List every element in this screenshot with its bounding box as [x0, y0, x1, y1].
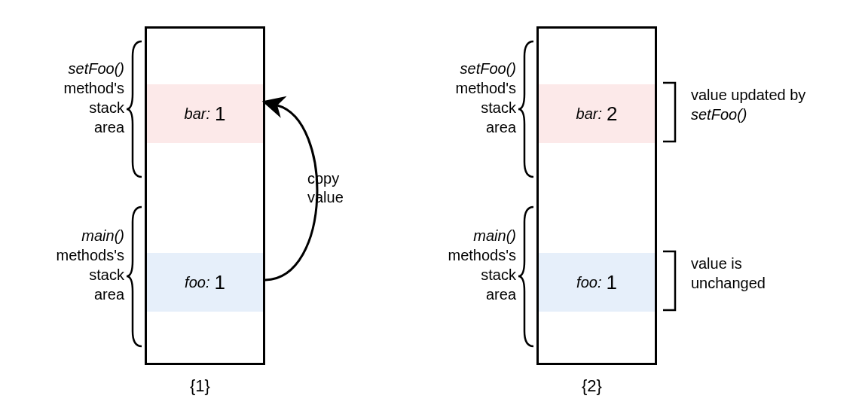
caption-2: {2} [582, 376, 602, 396]
copy-l2: value [307, 189, 344, 205]
brace-icon [127, 41, 142, 177]
label-setfoo-1-l3: stack [89, 99, 124, 116]
label-main-1: main() methods's stack area [34, 226, 124, 304]
label-setfoo-1-l4: area [94, 119, 124, 135]
label-main-2-l2: methods's [448, 247, 516, 263]
label-setfoo-1: setFoo() method's stack area [34, 59, 124, 137]
label-setfoo-2-method: setFoo() [460, 60, 516, 77]
stack-box-1: bar: 1 foo: 1 [145, 26, 265, 365]
var-bar-1: bar: [185, 105, 210, 123]
bracket-icon [663, 251, 675, 310]
val-bar-1: 1 [215, 102, 225, 126]
cell-foo-2: foo: 1 [539, 253, 655, 312]
note-bot-l2: unchanged [691, 275, 766, 291]
note-bot: value is unchanged [691, 254, 864, 293]
label-setfoo-1-l2: method's [63, 80, 124, 96]
var-foo-1: foo: [185, 274, 209, 291]
label-main-1-l3: stack [89, 266, 124, 283]
copy-value-label: copy value [307, 169, 344, 207]
label-setfoo-2-l3: stack [481, 99, 516, 116]
label-setfoo-2-l2: method's [455, 80, 516, 96]
note-top: value updated by setFoo() [691, 85, 864, 124]
label-main-1-method: main() [81, 227, 124, 244]
cell-bar-2: bar: 2 [539, 84, 655, 143]
label-setfoo-2-l4: area [486, 119, 516, 135]
label-main-2: main() methods's stack area [426, 226, 516, 304]
label-setfoo-1-method: setFoo() [69, 60, 124, 77]
label-setfoo-2: setFoo() method's stack area [426, 59, 516, 137]
copy-l1: copy [307, 170, 339, 187]
label-main-2-l4: area [486, 286, 516, 303]
val-bar-2: 2 [607, 102, 617, 126]
label-main-1-l2: methods's [56, 247, 124, 263]
bracket-icon [663, 83, 675, 142]
label-main-2-l3: stack [481, 266, 516, 283]
brace-icon [518, 41, 533, 177]
cell-bar-1: bar: 1 [147, 84, 263, 143]
note-bot-l1: value is [691, 255, 742, 272]
val-foo-2: 1 [606, 271, 616, 294]
label-main-2-method: main() [473, 227, 516, 244]
val-foo-1: 1 [214, 271, 225, 294]
caption-1: {1} [190, 376, 210, 396]
cell-foo-1: foo: 1 [147, 253, 263, 312]
brace-icon [127, 207, 142, 346]
diagram-canvas: bar: 1 foo: 1 setFoo() method's stack ar… [0, 0, 868, 417]
var-foo-2: foo: [576, 274, 601, 291]
var-bar-2: bar: [576, 105, 602, 123]
note-top-part1: value updated by [691, 87, 805, 103]
brace-icon [518, 207, 533, 346]
stack-box-2: bar: 2 foo: 1 [536, 26, 657, 365]
note-top-method: setFoo() [691, 106, 747, 123]
label-main-1-l4: area [94, 286, 124, 303]
